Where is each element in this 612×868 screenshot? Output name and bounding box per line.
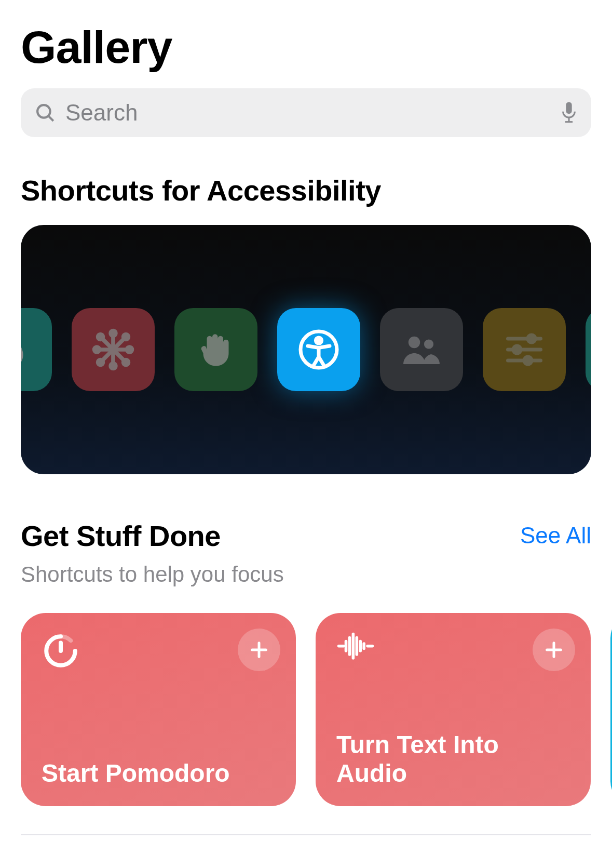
svg-point-24 — [513, 346, 521, 353]
svg-point-20 — [424, 339, 433, 349]
svg-point-11 — [94, 347, 100, 352]
svg-rect-2 — [566, 102, 572, 114]
divider — [21, 834, 591, 835]
svg-point-14 — [124, 360, 129, 365]
microphone-icon[interactable] — [560, 101, 578, 124]
svg-point-15 — [124, 335, 129, 340]
sparkle-icon — [586, 308, 591, 391]
svg-point-18 — [316, 338, 321, 343]
svg-point-0 — [37, 105, 50, 118]
svg-point-12 — [127, 347, 132, 352]
hand-icon — [174, 308, 257, 391]
accessibility-icon — [277, 308, 360, 391]
asterisk-icon — [72, 308, 155, 391]
svg-line-1 — [48, 116, 53, 121]
svg-point-13 — [98, 335, 103, 340]
water-icon — [21, 308, 52, 391]
accessibility-banner[interactable] — [21, 225, 591, 474]
section-getstuffdone-subtitle: Shortcuts to help you focus — [21, 562, 591, 587]
timer-icon — [42, 632, 80, 670]
shortcut-cards-row: Start Pomodoro Turn — [21, 613, 591, 806]
page-title: Gallery — [21, 21, 591, 74]
svg-point-10 — [111, 364, 116, 369]
waveform-icon — [336, 632, 375, 670]
add-button[interactable] — [533, 629, 575, 671]
add-button[interactable] — [238, 629, 280, 671]
svg-point-26 — [524, 357, 532, 364]
svg-point-16 — [98, 360, 103, 365]
section-getstuffdone-title: Get Stuff Done — [21, 519, 221, 553]
search-placeholder: Search — [56, 100, 560, 126]
card-title: Turn Text Into Audio — [336, 730, 570, 787]
sliders-icon — [483, 308, 566, 391]
people-icon — [380, 308, 463, 391]
card-title: Start Pomodoro — [42, 759, 275, 787]
shortcut-card-pomodoro[interactable]: Start Pomodoro — [21, 613, 296, 806]
svg-point-19 — [409, 337, 420, 348]
search-icon — [34, 102, 56, 124]
svg-point-22 — [528, 335, 535, 342]
shortcut-card-textaudio[interactable]: Turn Text Into Audio — [316, 613, 591, 806]
svg-point-9 — [111, 331, 116, 336]
search-input[interactable]: Search — [21, 88, 591, 137]
see-all-link[interactable]: See All — [520, 523, 591, 553]
section-accessibility-title: Shortcuts for Accessibility — [21, 173, 591, 207]
